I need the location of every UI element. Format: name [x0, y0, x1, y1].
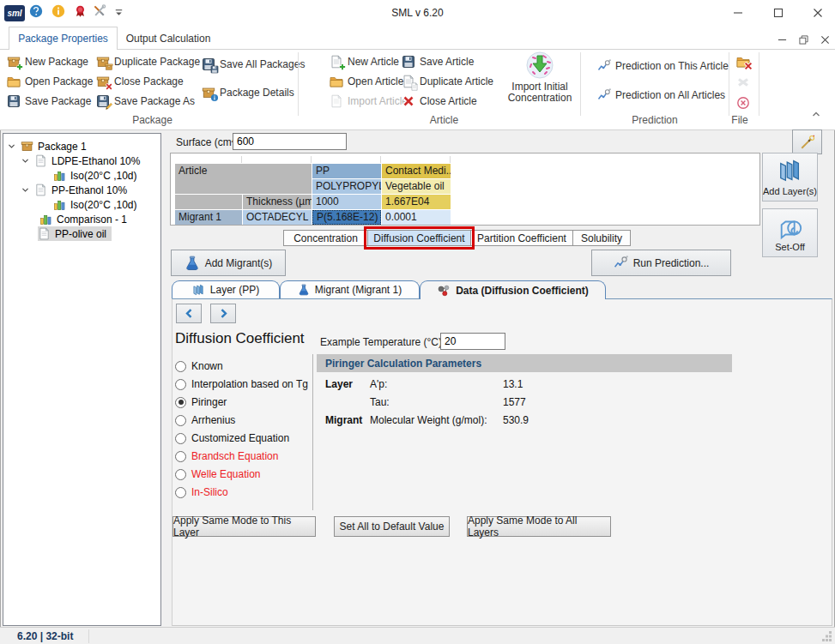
apply-mode-all-layers-button[interactable]: Apply Same Mode to All Layers [467, 516, 611, 537]
resize-grip[interactable] [822, 631, 832, 641]
wizard-button[interactable] [792, 129, 822, 154]
diffusion-value-cell-selected[interactable]: P(5.168E-12) [312, 210, 381, 225]
maximize-button[interactable] [759, 0, 797, 26]
mdi-close-button[interactable] [816, 32, 833, 47]
minimize-icon [733, 8, 743, 18]
save-all-packages-button[interactable]: Save All Packages [200, 56, 306, 73]
partition-value-cell[interactable]: 0.0001 [382, 210, 451, 225]
quick-access-dropdown-icon[interactable] [113, 7, 124, 18]
prediction-all-articles-button[interactable]: Prediction on All Articles [596, 87, 727, 104]
group-separator [729, 52, 729, 116]
import-initial-concentration-button[interactable]: Import Initial Concentration [508, 51, 572, 111]
tab-migrant[interactable]: Migrant (Migrant 1) [280, 280, 420, 298]
tab-partition-coefficient[interactable]: Partition Coefficient [470, 230, 573, 246]
expander-icon[interactable] [7, 141, 16, 151]
mode-interpolation-tg[interactable]: Interpolation based on Tg [175, 377, 308, 391]
contact-thickness-cell[interactable]: 1.667E04 [382, 195, 451, 209]
mode-welle-equation[interactable]: Welle Equation [175, 467, 261, 481]
save-package-button[interactable]: Save Package [5, 93, 93, 110]
exit-button[interactable] [735, 94, 753, 111]
tab-output-calculation[interactable]: Output Calculation [120, 27, 216, 50]
tab-solubility[interactable]: Solubility [572, 230, 631, 246]
mode-in-silico[interactable]: In-Silico [175, 485, 228, 499]
chart-icon [39, 213, 52, 226]
tree-item-condition-iso-1[interactable]: Iso(20°C ,10d) [53, 168, 137, 183]
license-award-icon[interactable] [74, 4, 87, 18]
minimize-button[interactable] [719, 0, 757, 26]
tab-diffusion-coefficient[interactable]: Diffusion Coefficient [367, 230, 471, 246]
expander-icon[interactable] [21, 185, 30, 195]
open-package-button[interactable]: Open Package [5, 73, 94, 90]
tab-data-diffusion[interactable]: Data (Diffusion Coefficient) [420, 280, 606, 299]
tab-layer[interactable]: Layer (PP) [172, 280, 280, 298]
apply-mode-this-layer-button[interactable]: Apply Same Mode to This Layer [172, 516, 316, 537]
tree-item-article-ldpe[interactable]: LDPE-Ethanol 10% [21, 153, 140, 168]
mode-arrhenius[interactable]: Arrhenius [175, 413, 235, 427]
status-bar: 6.20 | 32-bit [0, 627, 835, 644]
layer-material-cell[interactable]: POLYPROPYL... [312, 179, 381, 194]
package-details-button[interactable]: Package Details [200, 84, 296, 101]
close-article-button[interactable]: Close Article [400, 93, 479, 110]
save-package-as-button[interactable]: Save Package As [94, 93, 197, 110]
table-corner [312, 156, 381, 163]
mode-piringer-selected[interactable]: Piringer [175, 395, 227, 409]
save-as-icon [96, 94, 111, 108]
close-package-button[interactable]: Close Package [94, 73, 185, 90]
flask-icon [185, 256, 200, 271]
tools-icon[interactable] [92, 4, 107, 18]
table-corner [175, 156, 242, 163]
help-icon[interactable] [29, 4, 43, 18]
app-window: sml SML v 6.20 Package Properties Output… [0, 0, 835, 644]
temperature-input[interactable] [440, 333, 505, 350]
new-article-button[interactable]: New Article [328, 53, 401, 70]
tau-label: Tau: [370, 396, 390, 408]
maximize-icon [773, 8, 784, 18]
tree-item-comparison[interactable]: Comparison - 1 [39, 212, 127, 226]
add-migrant-button[interactable]: Add Migrant(s) [171, 250, 286, 276]
set-off-button[interactable]: Set-Off [762, 208, 818, 257]
surface-input[interactable] [233, 133, 347, 150]
duplicate-package-button[interactable]: Duplicate Package [94, 53, 202, 70]
tree-item-condition-iso-2[interactable]: Iso(20°C ,10d) [53, 197, 137, 212]
info-icon[interactable] [51, 4, 65, 18]
mode-brandsch-equation[interactable]: Brandsch Equation [175, 449, 278, 463]
table-corner [243, 156, 312, 163]
expander-icon[interactable] [21, 156, 30, 166]
thickness-value-cell[interactable]: 1000 [312, 195, 381, 209]
close-button[interactable] [799, 0, 835, 26]
add-layers-button[interactable]: Add Layer(s) [762, 153, 818, 202]
mdi-restore-icon [799, 35, 808, 45]
close-file-button[interactable] [735, 53, 753, 70]
contact-medium-cell[interactable]: Vegetable oil [382, 179, 451, 194]
tree-item-article-pp[interactable]: PP-Ethanol 10% [21, 183, 127, 197]
prediction-this-article-button[interactable]: Prediction on This Article [596, 57, 730, 75]
nav-previous-button[interactable] [176, 304, 202, 323]
open-article-button[interactable]: Open Article [328, 73, 405, 90]
ap-label: A'p: [370, 378, 387, 390]
nav-next-button[interactable] [210, 304, 236, 323]
tab-package-properties[interactable]: Package Properties [9, 27, 118, 50]
save-article-button[interactable]: Save Article [400, 53, 475, 70]
tau-value: 1577 [503, 396, 526, 408]
migrant-name-cell[interactable]: OCTADECYL ... [243, 210, 312, 225]
tree-item-pp-olive-oil[interactable]: PP-olive oil [38, 226, 112, 241]
thickness-label-cell: Thickness (µm) [243, 195, 312, 209]
mode-known[interactable]: Known [175, 359, 223, 373]
migrant-row-header-cell[interactable]: Migrant 1 [175, 210, 242, 225]
radio-icon [175, 451, 186, 462]
tab-concentration[interactable]: Concentration [283, 230, 368, 246]
article-header-cell[interactable]: Article [175, 164, 312, 194]
set-all-default-button[interactable]: Set All to Default Value [334, 516, 450, 537]
layer-name-cell[interactable]: PP [312, 164, 381, 178]
new-package-button[interactable]: New Package [5, 53, 90, 70]
status-separator [88, 629, 89, 643]
duplicate-article-button[interactable]: Duplicate Article [400, 73, 495, 90]
mode-customized-equation[interactable]: Customized Equation [175, 431, 289, 445]
roll-icon [778, 214, 803, 240]
tree-item-package[interactable]: Package 1 [7, 139, 87, 153]
mdi-minimize-button[interactable] [773, 32, 790, 47]
collapse-ribbon-icon[interactable] [810, 108, 822, 120]
run-prediction-button[interactable]: Run Prediction... [591, 250, 731, 276]
contact-header-cell[interactable]: Contact Medi... [382, 164, 451, 178]
mdi-restore-button[interactable] [795, 32, 812, 47]
